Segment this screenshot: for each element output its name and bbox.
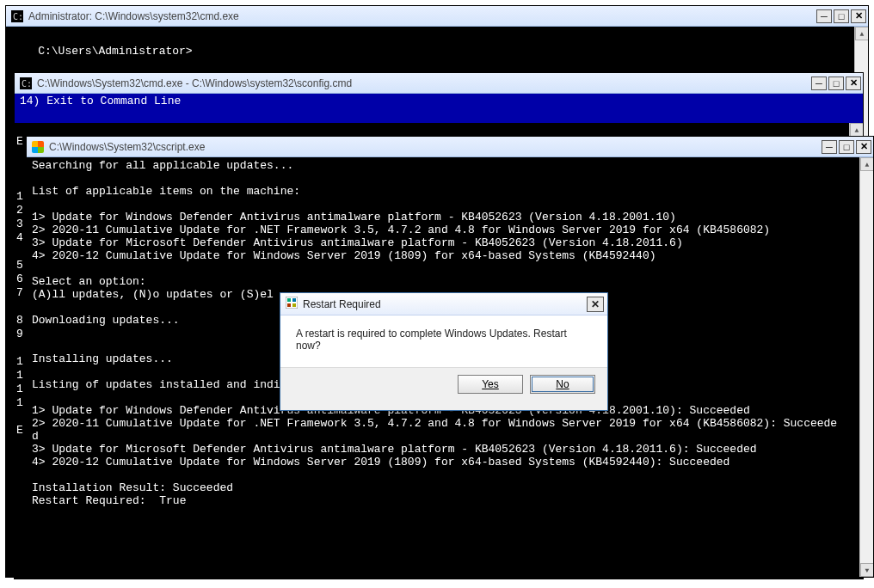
- title-text-win3: C:\Windows\System32\cscript.exe: [49, 141, 816, 153]
- close-button[interactable]: ✕: [856, 140, 871, 154]
- scroll-up-icon[interactable]: ▲: [855, 27, 868, 40]
- console-line: Select an option:: [32, 275, 858, 288]
- titlebar-win3: C:\Windows\System32\cscript.exe ─ □ ✕: [27, 137, 873, 157]
- console-line: 3> Update for Microsoft Defender Antivir…: [32, 443, 858, 456]
- console-line: d: [32, 430, 858, 443]
- svg-rect-8: [292, 303, 296, 307]
- dialog-title: Restart Required: [303, 298, 582, 310]
- console-line: 2> 2020-11 Cumulative Update for .NET Fr…: [32, 224, 858, 236]
- powershell-icon: [32, 141, 44, 153]
- console-line: Installation Result: Succeeded: [32, 481, 858, 494]
- console-line: List of applicable items on the machine:: [32, 185, 858, 198]
- minimize-button[interactable]: ─: [811, 77, 827, 90]
- restart-required-dialog: Restart Required ✕ A restart is required…: [280, 292, 608, 411]
- maximize-button[interactable]: □: [828, 77, 844, 90]
- titlebar-win1: C:\ Administrator: C:\Windows\system32\c…: [6, 6, 868, 27]
- console-line: Searching for all applicable updates...: [32, 159, 858, 172]
- title-text-win2: C:\Windows\System32\cmd.exe - C:\Windows…: [37, 77, 806, 89]
- minimize-button[interactable]: ─: [822, 140, 837, 154]
- svg-rect-5: [287, 298, 291, 302]
- console-line: [32, 262, 858, 275]
- console-line: 4> 2020-12 Cumulative Update for Windows…: [32, 456, 858, 469]
- close-button[interactable]: ✕: [851, 9, 866, 23]
- scroll-up-icon[interactable]: ▲: [850, 123, 863, 137]
- cmd-icon: C:\: [20, 77, 32, 89]
- svg-text:C:\: C:\: [13, 12, 23, 21]
- scroll-down-icon[interactable]: ▼: [860, 563, 873, 577]
- svg-rect-6: [292, 298, 296, 302]
- title-text-win1: Administrator: C:\Windows\system32\cmd.e…: [28, 10, 811, 22]
- titlebar-win2: C:\ C:\Windows\System32\cmd.exe - C:\Win…: [15, 73, 863, 94]
- console-line: 3> Update for Microsoft Defender Antivir…: [32, 236, 858, 249]
- console-line: [32, 469, 858, 481]
- svg-rect-7: [287, 303, 291, 307]
- console-line: 1> Update for Windows Defender Antivirus…: [32, 211, 858, 224]
- scroll-up-icon[interactable]: ▲: [860, 157, 873, 171]
- app-icon: [286, 297, 298, 311]
- console-line: [32, 198, 858, 211]
- prompt-line: C:\Users\Administrator>: [38, 45, 192, 58]
- dialog-titlebar: Restart Required ✕: [280, 293, 607, 315]
- sconfig-menu-line: 14) Exit to Command Line: [15, 94, 863, 123]
- cmd-icon: C:\: [11, 10, 23, 22]
- console-line: [32, 172, 858, 185]
- maximize-button[interactable]: □: [834, 9, 849, 23]
- console-line: 2> 2020-11 Cumulative Update for .NET Fr…: [32, 417, 858, 430]
- scrollbar-win3[interactable]: ▲ ▼: [859, 157, 873, 577]
- dialog-message: A restart is required to complete Window…: [280, 315, 607, 367]
- no-button[interactable]: No: [530, 375, 595, 394]
- yes-button[interactable]: Yes: [458, 375, 523, 394]
- console-line: 4> 2020-12 Cumulative Update for Windows…: [32, 249, 858, 262]
- svg-text:C:\: C:\: [22, 79, 32, 89]
- minimize-button[interactable]: ─: [816, 9, 832, 23]
- maximize-button[interactable]: □: [839, 140, 854, 154]
- close-button[interactable]: ✕: [846, 77, 861, 90]
- dialog-close-button[interactable]: ✕: [587, 297, 604, 312]
- dialog-button-row: Yes No: [280, 367, 607, 401]
- left-number-gutter: E 1 2 3 4 5 6 7 8 9 1 1 1 1 E: [16, 135, 23, 438]
- console-line: Restart Required: True: [32, 494, 858, 507]
